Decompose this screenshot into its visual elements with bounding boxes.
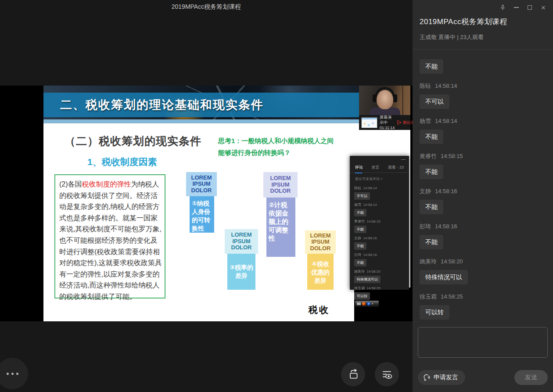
diagram-box4-label: ④税收优惠的差异 xyxy=(307,254,334,290)
mini-msg-name: 杨雪 xyxy=(354,203,361,207)
slide-banner-strip xyxy=(43,119,410,123)
screen-share-status: 屏幕演示中 xyxy=(380,115,395,125)
speak-icon xyxy=(422,373,431,382)
minimize-button[interactable] xyxy=(513,4,520,11)
camera-icon xyxy=(357,302,361,305)
shared-screen-thumbnail[interactable] xyxy=(361,117,377,128)
chat-message: 姚美玲14:58:20 特殊情况可以 xyxy=(420,258,546,284)
chat-message: 不能 xyxy=(420,59,546,74)
mini-tab-speak[interactable]: 发言 xyxy=(371,165,379,170)
mini-msg-bubble: 特殊情况可以 xyxy=(354,276,381,283)
message-time: 14:58:25 xyxy=(441,293,463,300)
list-eye-icon xyxy=(381,368,393,381)
live-course-app: 2019MPAcc税务筹划课程 二、税收筹划的理论基础和现实条件 （二）税收筹划… xyxy=(0,0,553,392)
toolbar-caret-icon: ▾ xyxy=(372,302,373,305)
request-speak-label: 申请发言 xyxy=(434,374,458,381)
thinking-question-line2: 能够进行身份的转换吗？ xyxy=(218,147,365,158)
message-bubble: 不能 xyxy=(420,59,443,74)
message-time: 14:58:20 xyxy=(441,258,463,265)
message-sender: 姚美玲 xyxy=(420,258,437,265)
webcam-background xyxy=(402,86,403,115)
pin-button[interactable] xyxy=(499,4,506,11)
chat-message: 彭琦14:58:16 不能 xyxy=(420,223,546,249)
message-sender: 彭琦 xyxy=(420,223,431,230)
message-time: 14:58:16 xyxy=(435,188,457,194)
switch-view-icon xyxy=(347,368,359,381)
message-sender: 黄睿竹 xyxy=(420,153,437,159)
more-icon xyxy=(7,373,9,375)
more-options-button[interactable] xyxy=(0,358,28,389)
pin-icon xyxy=(499,4,506,11)
mini-msg-bubble: 不可以 xyxy=(354,192,370,200)
screen-share-status-bar: 屏幕演示中 01:11:14 退出演示 xyxy=(359,115,410,130)
mini-msg-name: 姚美玲 xyxy=(354,270,365,273)
message-bubble: 不可以 xyxy=(420,94,449,109)
exit-icon xyxy=(397,120,401,125)
send-button[interactable]: 发送 xyxy=(514,370,548,385)
mini-tab-viewers[interactable]: 观看 · 23 xyxy=(388,165,404,170)
diagram-box2-header: LOREM IPSUM DOLOR xyxy=(263,172,298,198)
slide-banner: 二、税收筹划的理论基础和现实条件 xyxy=(43,86,410,123)
mini-chat-message: 陈钰 14:58:14 不可以 xyxy=(354,186,405,200)
course-title: 2019MPAcc税务筹划课程 xyxy=(420,17,507,27)
message-sender: 文静 xyxy=(420,188,431,194)
message-bubble: 不能 xyxy=(420,165,443,179)
orange-app-icon xyxy=(362,302,366,306)
webcam-face xyxy=(377,90,393,109)
mini-chat-list: 陈钰 14:58:14 不可以 杨雪 14:58:14 不能 黄睿竹 14:58… xyxy=(350,186,409,300)
message-bubble: 可以转 xyxy=(420,305,449,320)
mini-msg-time: 14:58:15 xyxy=(366,219,380,223)
live-status-and-viewers: 王成敬 直播中 | 23人观看 xyxy=(420,33,484,41)
request-speak-button[interactable]: 申请发言 xyxy=(418,370,465,385)
diagram-box3-label: ③税率的差异 xyxy=(227,254,255,290)
mini-chat-message: 彭琦 14:58:16 不能 xyxy=(354,252,405,266)
mini-chat-message: 徐玉霜 14:58:25 可以转 xyxy=(354,286,405,300)
mini-msg-name: 文静 xyxy=(354,236,361,240)
diagram-box3-header: LOREM IPSUM DOLOR xyxy=(225,229,258,254)
message-time: 14:58:14 xyxy=(435,118,457,124)
diagram-box4-header: LOREM IPSUM DOLOR xyxy=(305,230,336,254)
chat-message: 杨雪14:58:14 不能 xyxy=(420,117,546,144)
mini-msg-name: 黄睿竹 xyxy=(354,219,365,223)
mini-msg-name: 徐玉霜 xyxy=(354,286,365,290)
chat-input[interactable] xyxy=(418,327,548,358)
message-time: 14:58:14 xyxy=(435,83,457,89)
message-time: 14:58:16 xyxy=(435,223,457,230)
mini-msg-name: 陈钰 xyxy=(354,186,361,190)
paragraph-prefix: (2)各国 xyxy=(59,180,82,188)
mini-chat-panel: — 评论 发言 观看 · 23 观众可发表评论 ˅ 陈钰 14:58:14 不可… xyxy=(350,156,409,290)
floating-mini-toolbar[interactable]: ? ▾ xyxy=(355,301,379,307)
stage-title: 2019MPAcc税务筹划课程 xyxy=(0,3,413,11)
teacher-webcam-thumbnail[interactable] xyxy=(359,86,410,115)
maximize-button[interactable] xyxy=(526,4,533,11)
paragraph-highlight: 税收制度的弹性 xyxy=(82,180,131,188)
diagram-box2-label: ②计税依据金额上的可调整性 xyxy=(266,198,295,257)
maximize-icon xyxy=(528,5,532,10)
message-sender: 徐玉霜 xyxy=(420,293,437,300)
message-bubble: 特殊情况可以 xyxy=(420,270,468,284)
chat-message: 黄睿竹14:58:15 不能 xyxy=(420,152,546,179)
message-sender: 杨雪 xyxy=(420,118,431,124)
mini-tab-comments[interactable]: 评论 xyxy=(355,165,363,170)
slide-subsection-title: 1、税收制度因素 xyxy=(87,156,157,168)
viewer-list-button[interactable] xyxy=(375,362,399,386)
window-controls: × xyxy=(499,4,547,11)
message-bubble: 不能 xyxy=(420,129,443,144)
mini-msg-bubble: 不能 xyxy=(354,259,366,266)
thinking-question-line1: 思考1：一般纳税人和小规模纳税人之间 xyxy=(218,135,365,147)
message-sender: 陈钰 xyxy=(420,83,431,89)
paragraph-rest: 为纳税人的税收筹划提供了空间。经济活动是复杂多变的,纳税人的经营方式也是多种多样… xyxy=(59,180,162,300)
diagram-box1-label: ①纳税人身份的可转换性 xyxy=(190,196,214,233)
mini-msg-time: 14:58:16 xyxy=(363,236,377,240)
close-button[interactable]: × xyxy=(540,4,547,11)
mini-msg-bubble: 不能 xyxy=(354,226,366,233)
switch-view-button[interactable] xyxy=(341,362,365,386)
slide-banner-title: 二、税收筹划的理论基础和现实条件 xyxy=(60,97,264,113)
minimize-icon xyxy=(514,7,519,8)
chat-message-list: 不能 陈钰14:58:14 不可以 杨雪14:58:14 不能 黄睿竹14:58… xyxy=(420,50,546,326)
mini-msg-time: 14:58:20 xyxy=(366,270,380,273)
chat-message: 文静14:58:16 不能 xyxy=(420,187,546,214)
mini-chat-minimize-button[interactable]: — xyxy=(401,157,406,162)
screen-share-timer: 01:11:14 xyxy=(380,125,395,130)
mini-chat-notice[interactable]: 观众可发表评论 ˅ xyxy=(350,173,409,183)
